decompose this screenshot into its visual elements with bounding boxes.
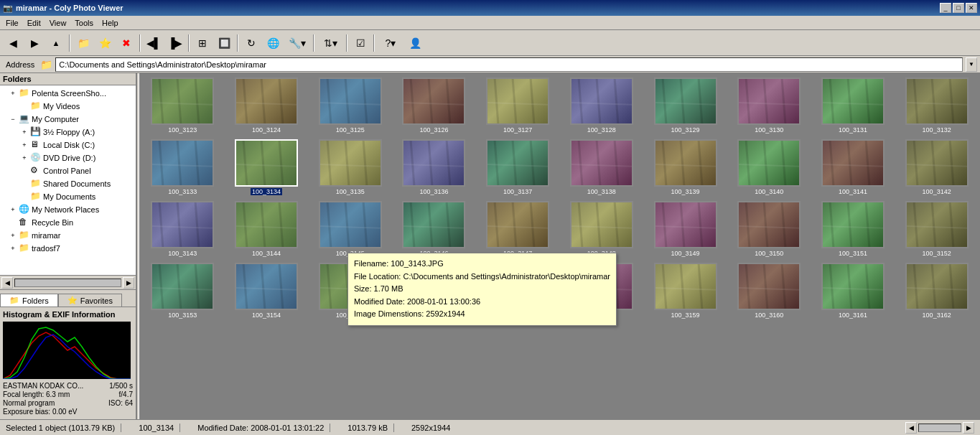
thumb-box-100_3127[interactable]	[486, 78, 549, 125]
help-button[interactable]: ?▾	[378, 33, 403, 53]
tree-item-polenta[interactable]: + 📁 Polenta ScreenSho...	[1, 87, 134, 100]
expander-recyclebin[interactable]	[7, 217, 19, 228]
tree-item-miramar[interactable]: + 📁 miramar	[1, 229, 134, 242]
refresh-button[interactable]: ↻	[241, 33, 261, 53]
thumb-item-100_3134[interactable]: 100_3134	[226, 138, 307, 197]
thumb-box-100_3124[interactable]	[235, 78, 298, 125]
expander-polenta[interactable]: +	[7, 88, 19, 99]
thumb-box-100_3152[interactable]	[905, 201, 969, 248]
thumb-box-100_3130[interactable]	[737, 78, 801, 125]
menu-help[interactable]: Help	[98, 17, 123, 29]
thumb-box-100_3160[interactable]	[737, 263, 801, 310]
thumb-item-100_3131[interactable]: 100_3131	[813, 76, 894, 135]
address-input[interactable]	[55, 57, 963, 72]
thumb-item-100_3123[interactable]: 100_3123	[142, 76, 223, 135]
tree-item-floppy[interactable]: + 💾 3½ Floppy (A:)	[1, 126, 134, 139]
thumb-box-100_3128[interactable]	[570, 78, 633, 125]
thumb-box-100_3137[interactable]	[486, 139, 549, 187]
thumb-box-100_3125[interactable]	[319, 78, 382, 125]
menu-view[interactable]: View	[45, 17, 71, 29]
next-image-button[interactable]: ▐▶	[165, 33, 185, 53]
favorites-tab[interactable]: ⭐ Favorites	[58, 294, 122, 307]
expander-localdisk[interactable]: +	[19, 139, 30, 151]
thumb-item-100_3149[interactable]: 100_3149	[645, 200, 726, 258]
thumb-item-100_3162[interactable]: 100_3162	[896, 261, 977, 320]
menu-file[interactable]: File	[1, 17, 23, 29]
thumb-item-100_3151[interactable]: 100_3151	[813, 200, 894, 258]
web-button[interactable]: 🌐	[263, 33, 283, 53]
thumb-box-100_3132[interactable]	[905, 78, 969, 125]
expander-controlpanel[interactable]	[19, 165, 30, 177]
thumb-box-100_3134[interactable]	[235, 139, 298, 187]
status-scroll-track[interactable]	[918, 424, 961, 432]
folder-button[interactable]: 📁	[73, 33, 93, 53]
thumb-item-100_3136[interactable]: 100_3136	[393, 138, 475, 197]
thumb-item-100_3159[interactable]: 100_3159	[645, 261, 726, 320]
thumb-item-100_3141[interactable]: 100_3141	[813, 138, 894, 197]
delete-button[interactable]: ✖	[116, 33, 136, 53]
thumb-item-100_3127[interactable]: 100_3127	[477, 76, 559, 135]
expander-mydocs[interactable]	[19, 191, 30, 202]
thumb-item-100_3128[interactable]: 100_3128	[561, 76, 642, 135]
thumb-item-100_3144[interactable]: 100_3144	[226, 200, 307, 258]
tree-item-shareddocs[interactable]: 📁 Shared Documents	[1, 177, 134, 190]
content-area[interactable]: Filename: 100_3143.JPG File Location: C:…	[139, 73, 980, 419]
tree-item-recyclebin[interactable]: 🗑 Recycle Bin	[1, 216, 134, 229]
expander-shareddocs[interactable]	[19, 178, 30, 190]
thumb-box-100_3158[interactable]	[570, 263, 633, 310]
thumb-item-100_3139[interactable]: 100_3139	[645, 138, 726, 197]
maximize-button[interactable]: □	[953, 3, 964, 13]
expander-myvideos[interactable]	[19, 100, 30, 112]
thumb-box-100_3157[interactable]	[486, 263, 549, 310]
thumb-item-100_3143[interactable]: 100_3143	[142, 200, 223, 258]
expander-mynetwork[interactable]: +	[7, 204, 19, 215]
thumb-item-100_3126[interactable]: 100_3126	[393, 76, 475, 135]
thumb-box-100_3142[interactable]	[905, 139, 969, 187]
thumb-box-100_3139[interactable]	[654, 139, 717, 187]
thumb-item-100_3155[interactable]: 100_3155	[309, 261, 391, 320]
thumb-box-100_3147[interactable]	[486, 201, 549, 248]
expander-floppy[interactable]: +	[19, 126, 30, 138]
thumb-item-100_3158[interactable]: 100_3158	[561, 261, 642, 320]
close-button[interactable]: ✕	[966, 3, 977, 13]
thumb-item-100_3145[interactable]: 100_3145	[309, 200, 391, 258]
minimize-button[interactable]: _	[940, 3, 951, 13]
thumb-item-100_3156[interactable]: 100_3156	[393, 261, 475, 320]
forward-button[interactable]: ▶	[24, 33, 45, 53]
scroll-left-button[interactable]: ◀	[1, 277, 13, 289]
thumb-box-100_3135[interactable]	[319, 139, 382, 187]
tree-item-localdisk[interactable]: + 🖥 Local Disk (C:)	[1, 139, 134, 151]
thumb-box-100_3149[interactable]	[654, 201, 717, 248]
thumbnail-view-button[interactable]: ⊞	[192, 33, 213, 53]
tree-item-mycomputer[interactable]: − 💻 My Computer	[1, 113, 134, 126]
thumb-box-100_3155[interactable]	[319, 263, 382, 310]
thumb-item-100_3154[interactable]: 100_3154	[226, 261, 307, 320]
folder-tree[interactable]: + 📁 Polenta ScreenSho... 📁 My Videos − 💻…	[0, 85, 136, 275]
expander-dvd[interactable]: +	[19, 152, 30, 164]
thumb-item-100_3133[interactable]: 100_3133	[142, 138, 223, 197]
prev-image-button[interactable]: ◀▌	[144, 33, 164, 53]
sort-button[interactable]: ⇅▾	[317, 33, 343, 53]
tree-item-mydocs[interactable]: 📁 My Documents	[1, 190, 134, 203]
thumb-box-100_3146[interactable]	[402, 201, 465, 248]
view-button[interactable]: 🔲	[214, 33, 234, 53]
favorites-button[interactable]: ⭐	[95, 33, 115, 53]
address-dropdown-button[interactable]: ▼	[966, 57, 977, 72]
thumb-box-100_3159[interactable]	[654, 263, 717, 310]
thumb-item-100_3124[interactable]: 100_3124	[226, 76, 307, 135]
thumb-box-100_3162[interactable]	[905, 263, 969, 310]
thumb-item-100_3148[interactable]: 100_3148	[561, 200, 642, 258]
thumb-box-100_3154[interactable]	[235, 263, 298, 310]
tree-item-mynetwork[interactable]: + 🌐 My Network Places	[1, 203, 134, 216]
thumb-box-100_3148[interactable]	[570, 201, 633, 248]
scroll-right-button[interactable]: ▶	[123, 277, 134, 289]
thumb-box-100_3123[interactable]	[151, 78, 214, 125]
menu-edit[interactable]: Edit	[23, 17, 45, 29]
thumb-box-100_3150[interactable]	[737, 201, 801, 248]
expander-miramar[interactable]: +	[7, 230, 19, 241]
thumb-item-100_3142[interactable]: 100_3142	[896, 138, 977, 197]
thumb-box-100_3151[interactable]	[821, 201, 885, 248]
thumb-box-100_3136[interactable]	[402, 139, 465, 187]
thumb-box-100_3129[interactable]	[654, 78, 717, 125]
thumb-box-100_3131[interactable]	[821, 78, 885, 125]
